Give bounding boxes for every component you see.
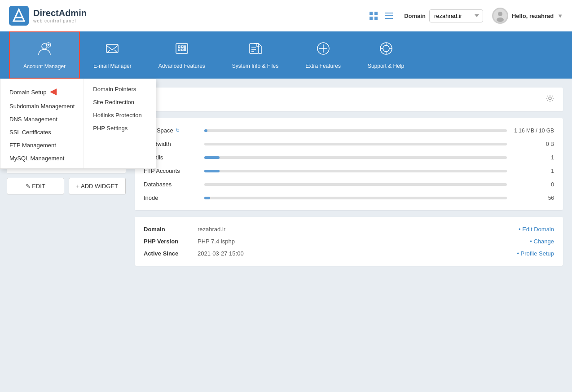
grid-view-icon[interactable] xyxy=(367,9,380,22)
change-php-link[interactable]: • Change xyxy=(530,238,554,245)
user-avatar xyxy=(492,8,508,24)
edit-button[interactable]: ✎ EDIT xyxy=(7,178,64,194)
header: DirectAdmin web control panel Domain rez… xyxy=(0,0,572,31)
stat-row-emails: E-mails 1 xyxy=(144,154,554,161)
view-icons xyxy=(367,9,395,22)
stat-bar-emails xyxy=(204,156,507,159)
svg-rect-9 xyxy=(385,18,393,19)
stat-bar-ftp xyxy=(204,170,507,172)
nav-item-email-manager[interactable]: E-mail Manager xyxy=(80,31,145,79)
nav-label-extra-features: Extra Features xyxy=(305,63,341,69)
dropdown-mysql-management[interactable]: MySQL Management xyxy=(0,152,84,165)
svg-rect-18 xyxy=(181,46,183,48)
domain-label: Domain xyxy=(404,13,426,19)
dropdown-site-redirection[interactable]: Site Redirection xyxy=(84,96,156,109)
email-manager-icon xyxy=(105,41,120,59)
svg-rect-19 xyxy=(178,49,180,51)
svg-rect-17 xyxy=(178,46,180,48)
settings-icon[interactable] xyxy=(546,94,554,105)
brand-name: DirectAdmin xyxy=(33,8,87,18)
svg-point-30 xyxy=(383,45,389,52)
di-label-php: PHP Version xyxy=(144,238,198,245)
extra-features-icon xyxy=(316,41,331,59)
header-right: Domain rezahrad.ir Hello, rezahrad ▼ xyxy=(367,8,563,24)
dropdown-hotlinks-protection[interactable]: Hotlinks Protection xyxy=(84,109,156,122)
stat-value-bandwidth: 0 B xyxy=(514,141,554,147)
domain-info-box: Domain rezahrad.ir • Edit Domain PHP Ver… xyxy=(135,217,563,266)
svg-rect-16 xyxy=(176,44,188,53)
stat-label-inode: Inode xyxy=(144,194,198,201)
dropdown-domain-pointers[interactable]: Domain Pointers xyxy=(84,83,156,96)
di-value-php: PHP 7.4 lsphp xyxy=(198,238,530,245)
svg-rect-6 xyxy=(374,17,378,20)
dropdown-dns-management[interactable]: DNS Management xyxy=(0,113,84,126)
refresh-icon[interactable]: ↻ xyxy=(176,128,180,133)
dropdown-subdomain-management[interactable]: Subdomain Management xyxy=(0,100,84,113)
stat-bar-fill-ftp xyxy=(204,170,220,172)
stat-bar-bandwidth xyxy=(204,143,507,145)
dropdown-arrow: ◀ xyxy=(50,86,57,97)
domain-selector: Domain rezahrad.ir xyxy=(404,9,483,22)
domain-info-row-domain: Domain rezahrad.ir • Edit Domain xyxy=(144,226,554,233)
di-value-active-since: 2021-03-27 15:00 xyxy=(198,250,517,257)
stat-value-emails: 1 xyxy=(514,154,554,161)
nav-label-email-manager: E-mail Manager xyxy=(93,63,132,69)
account-manager-icon xyxy=(36,40,53,60)
stat-bar-inode xyxy=(204,197,507,199)
svg-rect-3 xyxy=(370,12,373,15)
nav-item-advanced-features[interactable]: Advanced Features xyxy=(145,31,219,79)
stat-label-databases: Databases xyxy=(144,181,198,188)
content-header xyxy=(135,88,563,111)
user-dropdown-icon: ▼ xyxy=(557,13,563,19)
content-area: Disk Space ↻ 1.16 MB / 10 GB Bandwidth 0… xyxy=(126,79,572,275)
domain-select[interactable]: rezahrad.ir xyxy=(429,9,483,22)
stat-row-disk-space: Disk Space ↻ 1.16 MB / 10 GB xyxy=(144,127,554,134)
svg-rect-4 xyxy=(374,12,378,15)
svg-rect-20 xyxy=(181,49,183,51)
svg-rect-8 xyxy=(385,15,393,16)
stat-value-disk-space: 1.16 MB / 10 GB xyxy=(514,128,554,134)
nav-label-account-manager: Account Manager xyxy=(23,63,66,70)
stat-row-databases: Databases 0 xyxy=(144,181,554,188)
nav-item-account-manager[interactable]: Account Manager xyxy=(9,31,80,79)
nav-label-support-help: Support & Help xyxy=(368,63,404,69)
svg-point-11 xyxy=(498,12,502,16)
account-manager-dropdown: Domain Setup ◀ Subdomain Management DNS … xyxy=(0,79,156,169)
nav-item-extra-features[interactable]: Extra Features xyxy=(292,31,354,79)
nav-item-support-help[interactable]: Support & Help xyxy=(354,31,418,79)
stat-value-inode: 56 xyxy=(514,195,554,201)
nav-label-system-info: System Info & Files xyxy=(232,63,278,69)
dropdown-ssl-certificates[interactable]: SSL Certificates xyxy=(0,126,84,139)
nav-item-system-info[interactable]: System Info & Files xyxy=(219,31,292,79)
logo-text: DirectAdmin web control panel xyxy=(33,8,87,23)
user-area[interactable]: Hello, rezahrad ▼ xyxy=(492,8,563,24)
logo-area: DirectAdmin web control panel xyxy=(9,6,87,26)
stat-row-inode: Inode 56 xyxy=(144,194,554,201)
domain-info-row-active-since: Active Since 2021-03-27 15:00 • Profile … xyxy=(144,250,554,257)
dropdown-col-2: Domain Pointers Site Redirection Hotlink… xyxy=(84,79,156,168)
advanced-features-icon xyxy=(174,41,189,59)
navbar-container: Account Manager E-mail Manager xyxy=(0,31,572,79)
dropdown-ftp-management[interactable]: FTP Management xyxy=(0,139,84,152)
list-view-icon[interactable] xyxy=(383,9,395,22)
domain-info-row-php: PHP Version PHP 7.4 lsphp • Change xyxy=(144,238,554,245)
stat-bar-fill-disk-space xyxy=(204,129,207,132)
di-label-domain: Domain xyxy=(144,226,198,233)
stat-bar-databases xyxy=(204,183,507,186)
add-widget-button[interactable]: + ADD WIDGET xyxy=(69,178,126,194)
svg-rect-21 xyxy=(185,46,185,51)
svg-point-12 xyxy=(497,18,504,22)
di-value-domain: rezahrad.ir xyxy=(198,226,519,233)
stat-value-databases: 0 xyxy=(514,181,554,188)
dropdown-domain-setup[interactable]: Domain Setup ◀ xyxy=(0,83,84,100)
svg-rect-5 xyxy=(370,17,373,20)
stat-bar-disk-space xyxy=(204,129,507,132)
navbar: Account Manager E-mail Manager xyxy=(0,31,572,79)
system-info-icon xyxy=(248,41,263,59)
brand-sub: web control panel xyxy=(33,18,87,23)
dropdown-php-settings[interactable]: PHP Settings xyxy=(84,122,156,135)
edit-domain-link[interactable]: • Edit Domain xyxy=(519,226,554,233)
profile-setup-link[interactable]: • Profile Setup xyxy=(517,250,554,257)
stat-row-ftp: FTP Accounts 1 xyxy=(144,167,554,174)
logo-icon xyxy=(9,6,29,26)
